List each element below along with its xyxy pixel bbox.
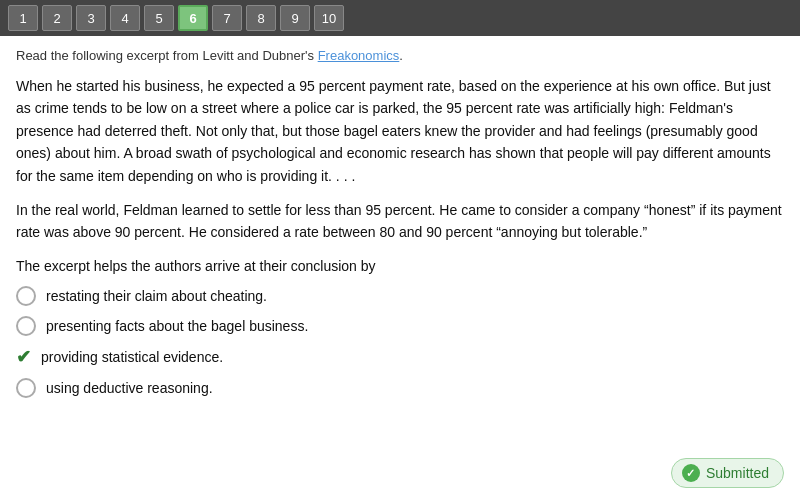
question-nav: 12345678910 <box>0 0 800 36</box>
main-content: Read the following excerpt from Levitt a… <box>0 36 800 500</box>
option-text: restating their claim about cheating. <box>46 288 267 304</box>
question-text: The excerpt helps the authors arrive at … <box>16 258 784 274</box>
nav-button-10[interactable]: 10 <box>314 5 344 31</box>
intro-text: Read the following excerpt from Levitt a… <box>16 48 784 63</box>
book-link[interactable]: Freakonomics <box>318 48 400 63</box>
nav-button-8[interactable]: 8 <box>246 5 276 31</box>
nav-button-9[interactable]: 9 <box>280 5 310 31</box>
option-b[interactable]: presenting facts about the bagel busines… <box>16 316 784 336</box>
check-circle-icon: ✓ <box>682 464 700 482</box>
submitted-badge: ✓ Submitted <box>671 458 784 488</box>
nav-button-1[interactable]: 1 <box>8 5 38 31</box>
option-text: presenting facts about the bagel busines… <box>46 318 308 334</box>
answer-options: restating their claim about cheating. pr… <box>16 286 784 398</box>
option-a[interactable]: restating their claim about cheating. <box>16 286 784 306</box>
submitted-label: Submitted <box>706 465 769 481</box>
nav-button-6[interactable]: 6 <box>178 5 208 31</box>
intro-prefix: Read the following excerpt from Levitt a… <box>16 48 314 63</box>
passage-paragraph-1: When he started his business, he expecte… <box>16 75 784 187</box>
passage-paragraph-2: In the real world, Feldman learned to se… <box>16 199 784 244</box>
nav-button-4[interactable]: 4 <box>110 5 140 31</box>
nav-button-2[interactable]: 2 <box>42 5 72 31</box>
option-d[interactable]: using deductive reasoning. <box>16 378 784 398</box>
option-text: providing statistical evidence. <box>41 349 223 365</box>
option-c[interactable]: ✔ providing statistical evidence. <box>16 346 784 368</box>
nav-button-3[interactable]: 3 <box>76 5 106 31</box>
checkmark-icon: ✔ <box>16 346 31 368</box>
passage: When he started his business, he expecte… <box>16 75 784 244</box>
nav-button-7[interactable]: 7 <box>212 5 242 31</box>
radio-button <box>16 378 36 398</box>
radio-button <box>16 316 36 336</box>
nav-button-5[interactable]: 5 <box>144 5 174 31</box>
option-text: using deductive reasoning. <box>46 380 213 396</box>
radio-button <box>16 286 36 306</box>
